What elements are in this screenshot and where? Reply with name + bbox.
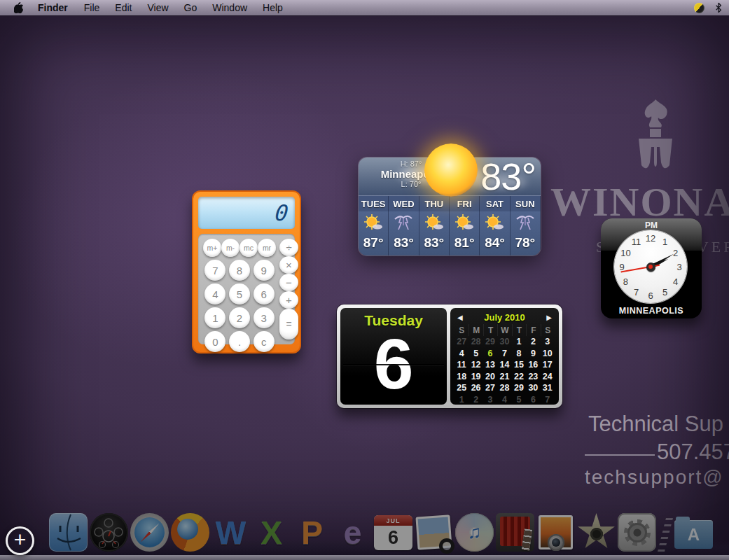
calc-key-1[interactable]: 1 — [204, 307, 225, 328]
menu-item-view[interactable]: View — [139, 0, 176, 15]
calc-key-m-[interactable]: m- — [221, 239, 239, 257]
dock-icon-word[interactable]: W — [211, 513, 250, 552]
sun-cloud-icon — [424, 213, 445, 234]
menu-item-file[interactable]: File — [76, 0, 108, 15]
calc-key-0[interactable]: 0 — [204, 331, 225, 352]
calculator-widget[interactable]: 0 m+m-mcmr 7894561230.c ÷×−+= — [192, 190, 301, 354]
dock-icon-finder[interactable] — [49, 513, 88, 552]
calendar-date: 20 — [483, 371, 497, 383]
desktop: WINONA STATE UNIVERSITY Technical Sup 50… — [0, 15, 729, 560]
add-widget-button[interactable]: + — [6, 526, 34, 555]
calc-key-m+[interactable]: m+ — [203, 239, 221, 257]
calendar-dow-label: S — [541, 324, 555, 336]
calc-key-3[interactable]: 3 — [254, 307, 275, 328]
dock-icon-ical[interactable]: JUL6 — [374, 513, 412, 552]
calendar-dow-label: W — [497, 324, 511, 336]
dock-icon-powerpoint[interactable]: P — [293, 513, 331, 552]
music-note-icon: ♫ — [455, 513, 494, 552]
menu-item-finder[interactable]: Finder — [29, 0, 76, 15]
calendar-dow-label: S — [454, 324, 468, 336]
clock-city: MINNEAPOLIS — [601, 306, 702, 316]
dock-icon-iphoto[interactable] — [536, 513, 575, 552]
calc-key-operator[interactable]: − — [279, 274, 298, 291]
dock-icon-photobooth[interactable] — [496, 513, 534, 552]
forecast-temp: 87° — [363, 235, 384, 251]
forecast-column: 81° — [450, 211, 480, 255]
calendar-date: 18 — [454, 371, 468, 383]
dock-icon-safari[interactable] — [130, 513, 169, 552]
calc-key-operator[interactable]: + — [279, 291, 298, 309]
dock: WXPeJUL6♫A — [49, 513, 713, 552]
forecast-temp: 84° — [485, 235, 505, 251]
calc-key-mc[interactable]: mc — [239, 239, 258, 257]
calendar-date: 25 — [454, 382, 468, 394]
dock-icon-imovie[interactable] — [577, 513, 616, 552]
calc-key-equals[interactable]: = — [279, 309, 298, 340]
calc-key-9[interactable]: 9 — [254, 260, 275, 281]
forecast-temp: 83° — [394, 235, 414, 251]
gear-icon — [624, 519, 651, 546]
calc-key-4[interactable]: 4 — [204, 284, 225, 304]
storm-icon — [393, 211, 414, 235]
dock-icon-entourage[interactable]: e — [333, 513, 372, 552]
calendar-date: 27 — [483, 382, 497, 394]
dock-icon-applications[interactable]: A — [674, 513, 713, 552]
calc-key-c[interactable]: c — [254, 331, 275, 352]
support-divider-line — [585, 454, 655, 456]
forecast-day-label: TUES — [359, 196, 389, 212]
forecast-temp: 83° — [424, 235, 444, 251]
calendar-prev-arrow[interactable]: ◀ — [454, 314, 466, 321]
calendar-date: 4 — [454, 348, 468, 360]
calc-key-.[interactable]: . — [229, 331, 250, 352]
dock-icon-firefox[interactable] — [171, 513, 209, 552]
calendar-date: 4 — [497, 394, 511, 406]
calc-key-2[interactable]: 2 — [229, 307, 250, 328]
menu-item-go[interactable]: Go — [176, 0, 205, 15]
clock-number-8: 8 — [623, 276, 628, 286]
dock-icon-system-preferences[interactable] — [618, 513, 656, 552]
calendar-flip-seam — [343, 364, 444, 365]
calendar-date: 26 — [468, 382, 482, 394]
clock-widget[interactable]: PM 121234567891011 MINNEAPOLIS — [601, 218, 702, 318]
calendar-date: 1 — [454, 394, 468, 406]
clock-number-1: 1 — [662, 237, 667, 247]
calendar-date: 7 — [497, 348, 511, 360]
color-wheel-icon[interactable] — [694, 3, 704, 13]
dock-icon-dashboard[interactable] — [90, 513, 128, 552]
calendar-date: 7 — [541, 394, 555, 406]
forecast-day-label: THU — [419, 196, 450, 212]
calendar-date: 31 — [541, 382, 555, 394]
forecast-temp: 81° — [454, 235, 475, 251]
menu-item-window[interactable]: Window — [204, 0, 255, 15]
calendar-widget[interactable]: Tuesday 6 ◀ July 2010 ▶ SMTWTFS 27282930… — [337, 304, 562, 408]
sun-cloud-icon — [424, 211, 445, 235]
menu-item-help[interactable]: Help — [255, 0, 291, 15]
calc-key-7[interactable]: 7 — [204, 260, 225, 281]
calc-key-operator[interactable]: × — [279, 256, 298, 274]
dock-icon-itunes[interactable]: ♫ — [455, 513, 494, 552]
calc-key-5[interactable]: 5 — [229, 284, 250, 304]
storm-icon — [515, 211, 536, 235]
clock-number-10: 10 — [620, 247, 630, 258]
bluetooth-icon[interactable] — [715, 2, 722, 13]
menu-item-edit[interactable]: Edit — [107, 0, 139, 15]
calendar-date: 19 — [468, 371, 482, 383]
calculator-keypad: m+m-mcmr 7894561230.c ÷×−+= — [198, 234, 295, 344]
calendar-date: 3 — [541, 336, 555, 348]
calc-key-8[interactable]: 8 — [229, 260, 250, 281]
calc-key-mr[interactable]: mr — [258, 239, 276, 257]
forecast-day-header-row: TUESWEDTHUFRISATSUN — [359, 195, 541, 212]
calendar-date: 6 — [526, 394, 540, 406]
weather-widget[interactable]: H: 87° Minneapolis L: 70° 83° TUESWEDTHU… — [359, 158, 541, 255]
support-email: techsupport@ — [585, 466, 724, 489]
calendar-date: 1 — [512, 336, 526, 348]
dock-icon-excel[interactable]: X — [252, 513, 291, 552]
calendar-next-arrow[interactable]: ▶ — [543, 314, 555, 321]
calendar-date: 3 — [483, 394, 497, 406]
dock-icon-preview[interactable] — [415, 513, 453, 552]
apple-logo-glyph — [14, 2, 24, 13]
calc-key-6[interactable]: 6 — [254, 284, 275, 304]
ical-month-label: JUL — [374, 515, 412, 526]
apple-menu-icon[interactable] — [8, 2, 29, 13]
calc-key-operator[interactable]: ÷ — [279, 239, 298, 256]
